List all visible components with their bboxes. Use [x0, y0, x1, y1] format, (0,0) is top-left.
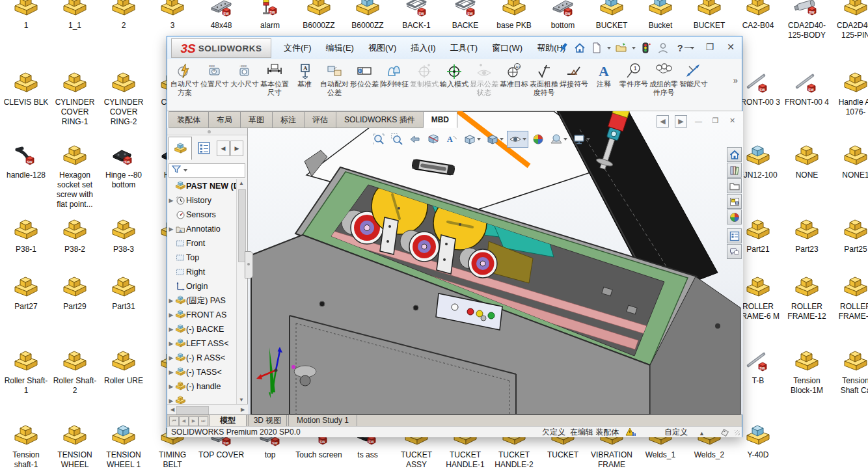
- tree-filter-box[interactable]: [169, 163, 245, 178]
- desktop-icon-2[interactable]: 2: [100, 0, 147, 31]
- desktop-icon-cylinder-cover-ring-1[interactable]: CYLINDER COVER RING-1: [51, 72, 98, 127]
- tree-item-backe[interactable]: ▶ (-) BACKE: [167, 322, 236, 336]
- expand-arrow-icon[interactable]: ▶: [167, 326, 175, 332]
- menu-t[interactable]: 工具(T): [443, 36, 485, 59]
- ribbon-button-basedim[interactable]: 基本位置尺寸: [260, 59, 290, 110]
- viewport-minimize-button[interactable]: —: [693, 115, 704, 126]
- expand-arrow-icon[interactable]: ▶: [167, 312, 175, 318]
- desktop-icon-handle-a-1076[interactable]: Handle A-1076-: [832, 72, 868, 117]
- viewport-close-button[interactable]: ✕: [727, 115, 738, 126]
- ribbon-button-note[interactable]: A 注释: [589, 59, 619, 110]
- desktop-icon-p38-2[interactable]: P38-2: [51, 219, 98, 254]
- display-style-icon[interactable]: [484, 131, 506, 148]
- next-window-button[interactable]: ▶: [675, 115, 687, 128]
- desktop-icon-cda2d40-125-pin[interactable]: CDA2D40-125-PIN: [832, 0, 868, 40]
- doc-tab-motion-study-1[interactable]: Motion Study 1: [288, 415, 357, 426]
- desktop-icon-p38-1[interactable]: P38-1: [3, 219, 49, 254]
- ribbon-button-balloon[interactable]: 1 零件序号: [619, 59, 649, 110]
- desktop-icon-bucket[interactable]: Bucket: [637, 0, 684, 31]
- apply-scene-icon[interactable]: [548, 131, 569, 148]
- doc-nav-1[interactable]: ◀: [179, 416, 189, 426]
- tree-item-top[interactable]: Top: [167, 251, 236, 265]
- scrollbar-thumb[interactable]: [176, 406, 209, 415]
- ribbon-button-pattern[interactable]: 阵列特征: [379, 59, 409, 110]
- expand-arrow-icon[interactable]: ▶: [167, 383, 175, 390]
- appearances-scenes-icon[interactable]: [727, 210, 742, 224]
- previous-view-icon[interactable]: [407, 131, 424, 148]
- edit-appearance-icon[interactable]: [530, 131, 547, 148]
- expand-arrow-icon[interactable]: ▶: [167, 197, 175, 204]
- menu-w[interactable]: 窗口(W): [485, 36, 530, 59]
- desktop-icon-b6000zz[interactable]: B6000ZZ: [295, 0, 342, 31]
- scroll-down-arrow[interactable]: ▼: [237, 396, 245, 404]
- ribbon-button-autotol[interactable]: 自动配对公差: [319, 59, 349, 110]
- desktop-icon-backe[interactable]: SW BACKE: [442, 0, 489, 31]
- featuremanager-tree-tab[interactable]: [169, 137, 192, 160]
- tab-solidworks[interactable]: SOLIDWORKS 插件: [336, 111, 423, 128]
- forum-icon[interactable]: [727, 244, 742, 259]
- annotation-views-icon[interactable]: A: [443, 131, 460, 148]
- maximize-button[interactable]: ❐: [701, 39, 718, 55]
- desktop-icon-part29[interactable]: Part29: [51, 276, 98, 312]
- customize-status-text[interactable]: 自定义: [664, 428, 688, 437]
- panel-splitter-bar[interactable]: [167, 128, 247, 135]
- desktop-icon-clevis-blk[interactable]: CLEVIS BLK: [3, 72, 49, 107]
- expand-arrow-icon[interactable]: ▶: [167, 355, 175, 361]
- tree-vertical-scrollbar[interactable]: ▲ ▼: [236, 179, 246, 404]
- desktop-icon-none[interactable]: NONE: [783, 144, 830, 180]
- design-library-icon[interactable]: [727, 163, 742, 178]
- tree-item-front-as[interactable]: ▶ FRONT AS: [167, 308, 236, 322]
- ribbon-button-inputmode[interactable]: 输入模式: [439, 59, 469, 110]
- doc-nav-0[interactable]: ⏮: [169, 416, 179, 426]
- doc-nav-3[interactable]: ⏭: [198, 416, 208, 426]
- desktop-icon-front-00-4[interactable]: SW FRONT-00 4: [783, 72, 830, 107]
- desktop-icon-roller-frame-1[interactable]: ROLLER FRAME-1: [832, 276, 868, 321]
- desktop-icon-bucket[interactable]: BUCKET: [588, 0, 635, 31]
- ribbon-button-posdim[interactable]: xxx 位置尺寸: [200, 59, 230, 110]
- tab-mbd[interactable]: MBD: [423, 111, 457, 128]
- desktop-icon-part31[interactable]: Part31: [100, 276, 147, 312]
- desktop-icon-bucket[interactable]: BUCKET: [686, 0, 733, 31]
- menu-v[interactable]: 视图(V): [361, 36, 403, 59]
- desktop-icon-3[interactable]: 3: [149, 0, 196, 31]
- desktop-icon-cylinder-cover-ring-2[interactable]: CYLINDER COVER RING-2: [100, 72, 147, 127]
- desktop-icon-roller-shaft-2[interactable]: Roller Shaft-2: [51, 350, 98, 396]
- ribbon-button-weld[interactable]: 焊接符号: [559, 59, 589, 110]
- desktop-icon-part23[interactable]: Part23: [783, 219, 830, 254]
- tree-item-past-new-d[interactable]: PAST NEW (D: [167, 179, 236, 193]
- taskpane-home-icon[interactable]: [727, 147, 742, 162]
- scroll-right-arrow[interactable]: ▶: [239, 406, 247, 414]
- viewport-restore-button[interactable]: ❐: [710, 115, 721, 126]
- file-explorer-icon[interactable]: [727, 178, 742, 193]
- expand-arrow-icon[interactable]: ▶: [167, 340, 175, 347]
- tree-item-front[interactable]: Front: [167, 236, 236, 251]
- tree-item-tass[interactable]: ▶ (-) TASS<: [167, 365, 236, 379]
- desktop-icon-part27[interactable]: Part27: [3, 276, 49, 312]
- ribbon-button-surface[interactable]: 表面粗糙度符号: [529, 59, 559, 110]
- tree-item-r-ass[interactable]: ▶ (-) R ASS<: [167, 351, 236, 365]
- scroll-up-arrow[interactable]: ▲: [237, 179, 245, 187]
- desktop-icon-1[interactable]: 1: [3, 0, 49, 31]
- desktop-icon-tension-block-1m[interactable]: Tension Block-1M: [783, 350, 830, 396]
- doc-nav-2[interactable]: ▶: [189, 416, 198, 426]
- tab-item[interactable]: 评估: [304, 111, 336, 128]
- view-settings-icon[interactable]: [571, 131, 592, 148]
- desktop-icon-tension-shaft-1[interactable]: Tension shaft-1: [3, 424, 49, 470]
- property-manager-tab[interactable]: [193, 137, 216, 160]
- sign-in-user-icon[interactable]: [655, 41, 671, 55]
- desktop-icon-p38-3[interactable]: P38-3: [100, 219, 147, 254]
- expand-arrow-icon[interactable]: ▶: [167, 226, 175, 232]
- hide-show-items-icon[interactable]: [507, 131, 528, 148]
- desktop-icon-tension-wheel[interactable]: TENSION WHEEL: [51, 424, 98, 470]
- ribbon-button-sizedim[interactable]: -xxx 大小尺寸: [230, 59, 260, 110]
- desktop-icon-part25[interactable]: Part25: [832, 219, 868, 254]
- new-document-icon[interactable]: [589, 41, 604, 55]
- view-orientation-icon[interactable]: [461, 131, 483, 148]
- performance-traffic-light-icon[interactable]: [638, 41, 654, 55]
- status-caret-icon[interactable]: ▲: [699, 429, 705, 439]
- view-palette-icon[interactable]: [727, 194, 742, 209]
- tree-item-right[interactable]: Right: [167, 265, 236, 279]
- desktop-icon-ca2-b04[interactable]: CA2-B04: [735, 0, 781, 31]
- menu-f[interactable]: 文件(F): [277, 36, 319, 59]
- desktop-icon-tension-shaft-ca[interactable]: Tension Shaft Ca: [832, 350, 868, 396]
